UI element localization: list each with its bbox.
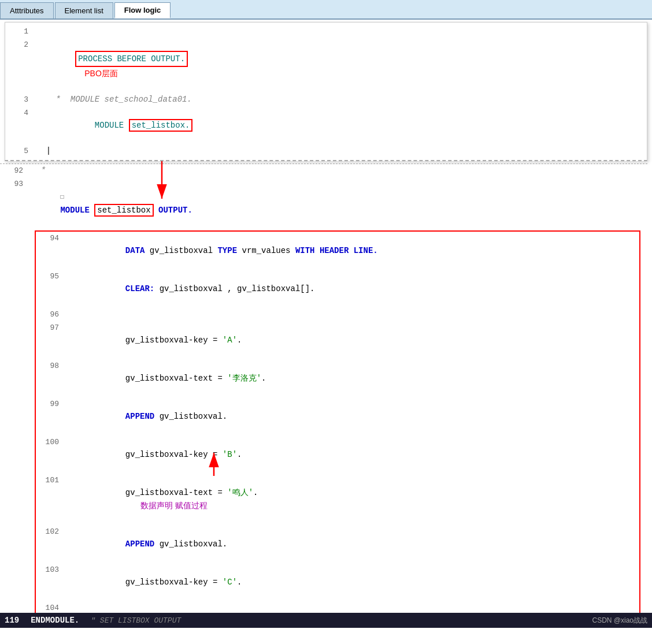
bottom-bar-left: 119 ENDMODULE. " SET LISTBOX OUTPUT bbox=[5, 616, 181, 625]
line-content-92: * bbox=[29, 164, 652, 177]
setlistbox-box: set_listbox. bbox=[129, 119, 193, 132]
line-num-94: 94 bbox=[36, 232, 65, 245]
tab-attributes-label2: tributes bbox=[19, 6, 44, 15]
tab-flow-logic-label: Flow logic bbox=[124, 6, 161, 14]
endmodule-label: 119 bbox=[5, 616, 19, 625]
line-num-5: 5 bbox=[5, 145, 34, 158]
top-section: 1 2 PROCESS BEFORE OUTPUT. PBO层面 3 * MOD… bbox=[5, 22, 647, 161]
line-content-97: gv_listboxval-key = 'A'. bbox=[65, 321, 639, 359]
gv-key-103: gv_listboxval-key = bbox=[106, 578, 223, 587]
code-line-93: 93 □ MODULE set_listbox OUTPUT. bbox=[0, 177, 652, 229]
line-content-3: * MODULE set_school_data01. bbox=[34, 93, 647, 106]
line-num-102: 102 bbox=[36, 526, 65, 538]
str-mingren: '鸣人' bbox=[227, 488, 253, 497]
code-line-99: 99 APPEND gv_listboxval. bbox=[36, 397, 639, 435]
str-b: 'B' bbox=[223, 450, 237, 459]
line-num-2: 2 bbox=[5, 39, 34, 51]
module-kw: MODULE bbox=[60, 206, 94, 215]
line-content-94: DATA gv_listboxval TYPE vrm_values WITH … bbox=[65, 232, 639, 270]
tab-attributes-label: Att bbox=[10, 6, 19, 15]
line-num-98: 98 bbox=[36, 360, 65, 373]
setlistbox-name2: set_listbox bbox=[97, 206, 150, 215]
line-num-1: 1 bbox=[5, 25, 34, 38]
tab-element-list[interactable]: Element list bbox=[55, 2, 113, 18]
code-line-103: 103 gv_listboxval-key = 'C'. bbox=[36, 563, 639, 601]
line-content-103: gv_listboxval-key = 'C'. bbox=[65, 563, 639, 601]
code-line-102: 102 APPEND gv_listboxval. bbox=[36, 525, 639, 563]
line-num-4: 4 bbox=[5, 107, 34, 120]
output-kw: OUTPUT. bbox=[154, 206, 192, 215]
clear-kw: CLEAR: bbox=[106, 284, 159, 293]
bottom-comment: " SET LISTBOX OUTPUT bbox=[91, 616, 181, 625]
code-line-95: 95 CLEAR: gv_listboxval , gv_listboxval[… bbox=[36, 270, 639, 308]
code-line-3: 3 * MODULE set_school_data01. bbox=[5, 93, 647, 106]
code-line-98: 98 gv_listboxval-text = '李洛克'. bbox=[36, 359, 639, 397]
line-content-98: gv_listboxval-text = '李洛克'. bbox=[65, 359, 639, 397]
code-line-100: 100 gv_listboxval-key = 'B'. bbox=[36, 435, 639, 474]
line-content-4: MODULE set_listbox. bbox=[34, 106, 647, 144]
line-num-95: 95 bbox=[36, 270, 65, 283]
tabs-bar: Atttributes Element list Flow logic bbox=[0, 0, 652, 20]
append-kw-102: APPEND bbox=[106, 539, 159, 549]
str-liluoke: '李洛克' bbox=[227, 374, 261, 383]
line-content-2: PROCESS BEFORE OUTPUT. PBO层面 bbox=[34, 38, 647, 93]
code-line-92: 92 * bbox=[0, 164, 652, 177]
with-kw: WITH HEADER LINE. bbox=[295, 246, 378, 255]
line-content-93: □ MODULE set_listbox OUTPUT. bbox=[29, 177, 652, 229]
str-a: 'A' bbox=[223, 336, 237, 345]
gv-text-101: gv_listboxval-text = bbox=[106, 488, 227, 497]
line-content-102: APPEND gv_listboxval. bbox=[65, 525, 639, 563]
gv-key-97: gv_listboxval-key = bbox=[106, 336, 223, 345]
gv-listboxval: gv_listboxval bbox=[150, 246, 218, 255]
setlistbox-box2: set_listbox bbox=[94, 204, 153, 217]
pbo-annotation: PBO层面 bbox=[84, 69, 118, 78]
data-annotation: 数据声明 赋值过程 bbox=[140, 501, 208, 510]
line-num-101: 101 bbox=[36, 474, 65, 487]
line-content-96 bbox=[65, 308, 639, 321]
append-var-102: gv_listboxval. bbox=[160, 539, 228, 549]
code-line-4: 4 MODULE set_listbox. bbox=[5, 106, 647, 144]
line-num-93: 93 bbox=[0, 178, 29, 191]
line-content-5: | bbox=[34, 144, 647, 157]
code-line-97: 97 gv_listboxval-key = 'A'. bbox=[36, 321, 639, 359]
line-num-96: 96 bbox=[36, 308, 65, 321]
code-line-2: 2 PROCESS BEFORE OUTPUT. PBO层面 bbox=[5, 38, 647, 93]
module-keyword-4: MODULE bbox=[75, 121, 128, 130]
gv-text-98: gv_listboxval-text = bbox=[106, 374, 227, 383]
line-content-95: CLEAR: gv_listboxval , gv_listboxval[]. bbox=[65, 270, 639, 308]
append-kw-99: APPEND bbox=[106, 412, 159, 421]
line-content-101: gv_listboxval-text = '鸣人'. 数据声明 赋值过程 bbox=[65, 474, 639, 525]
vrm-values: vrm_values bbox=[242, 246, 295, 255]
code-line-5: 5 | bbox=[5, 144, 647, 158]
str-c: 'C' bbox=[223, 578, 237, 587]
data-kw: DATA bbox=[106, 246, 150, 255]
endmodule-kw: ENDMODULE. bbox=[31, 616, 79, 625]
code-line-101: 101 gv_listboxval-text = '鸣人'. 数据声明 赋值过程 bbox=[36, 474, 639, 525]
line-num-97: 97 bbox=[36, 322, 65, 334]
tab-flow-logic[interactable]: Flow logic bbox=[114, 2, 171, 18]
watermark: CSDN @xiao战战 bbox=[592, 616, 647, 624]
line-num-92: 92 bbox=[0, 165, 29, 177]
pbo-keyword: PROCESS BEFORE OUTPUT. bbox=[78, 54, 185, 64]
tab-attributes[interactable]: Atttributes bbox=[0, 2, 54, 18]
line-content-100: gv_listboxval-key = 'B'. bbox=[65, 435, 639, 474]
bottom-bar-right: CSDN @xiao战战 bbox=[592, 616, 647, 626]
bottom-bar: 119 ENDMODULE. " SET LISTBOX OUTPUT CSDN… bbox=[0, 613, 652, 628]
code-line-94: 94 DATA gv_listboxval TYPE vrm_values WI… bbox=[36, 232, 639, 270]
clear-vars: gv_listboxval , gv_listboxval[]. bbox=[160, 284, 315, 293]
append-var-99: gv_listboxval. bbox=[160, 412, 228, 421]
line-num-103: 103 bbox=[36, 564, 65, 576]
code-line-96: 96 bbox=[36, 308, 639, 321]
type-kw: TYPE bbox=[217, 246, 242, 255]
line-content-99: APPEND gv_listboxval. bbox=[65, 397, 639, 435]
line-content-1 bbox=[34, 25, 647, 38]
code-area: 1 2 PROCESS BEFORE OUTPUT. PBO层面 3 * MOD… bbox=[0, 20, 652, 628]
data-section-box: 94 DATA gv_listboxval TYPE vrm_values WI… bbox=[35, 230, 640, 628]
gv-key-100: gv_listboxval-key = bbox=[106, 450, 223, 459]
tab-element-list-label: Element list bbox=[65, 6, 103, 15]
line-num-100: 100 bbox=[36, 436, 65, 449]
setlistbox-name: set_listbox. bbox=[132, 121, 190, 130]
expand-icon-93[interactable]: □ bbox=[60, 194, 64, 200]
code-line-1: 1 bbox=[5, 25, 647, 38]
line-num-3: 3 bbox=[5, 94, 34, 106]
